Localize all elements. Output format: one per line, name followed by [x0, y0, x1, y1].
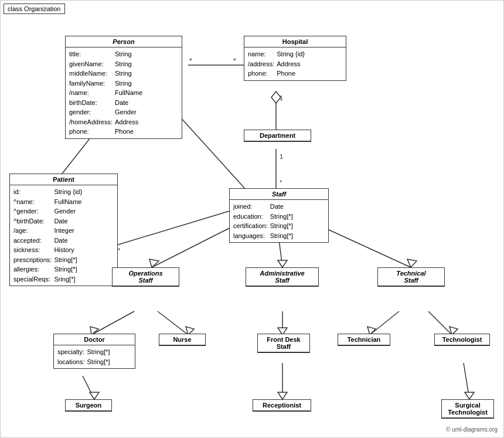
class-nurse: Nurse [159, 334, 206, 346]
svg-text:*: * [233, 57, 236, 65]
svg-line-22 [158, 311, 188, 335]
class-technologist: Technologist [434, 334, 490, 346]
svg-marker-31 [90, 392, 99, 399]
class-surgeon: Surgeon [65, 399, 112, 412]
svg-line-20 [91, 311, 134, 335]
class-surgeon-title: Surgeon [66, 400, 111, 411]
class-person-title: Person [66, 36, 182, 47]
diagram-container: class Organization * * 1 * 1 * [0, 0, 504, 438]
class-staff: Staff joined:Date education:String[*] ce… [229, 188, 329, 243]
class-technical-staff-title: Technical Staff [378, 268, 444, 286]
svg-marker-19 [407, 259, 417, 267]
svg-text:*: * [280, 179, 282, 186]
svg-text:1: 1 [280, 153, 283, 160]
class-person-body: title:String givenName:String middleName… [66, 47, 182, 138]
svg-marker-4 [271, 91, 281, 103]
class-hospital-title: Hospital [244, 36, 346, 47]
class-surgical-technologist-title: Surgical Technologist [442, 400, 493, 418]
svg-text:1: 1 [280, 94, 283, 101]
class-staff-body: joined:Date education:String[*] certific… [230, 200, 328, 242]
class-technical-staff: Technical Staff [377, 267, 445, 287]
class-front-desk-staff: Front Desk Staff [257, 334, 310, 353]
class-administrative-staff-title: Administrative Staff [246, 268, 318, 286]
svg-line-26 [370, 311, 399, 335]
class-operations-staff-title: Operations Staff [113, 268, 179, 286]
class-receptionist-title: Receptionist [253, 400, 311, 411]
class-technologist-title: Technologist [435, 334, 489, 345]
class-department: Department [244, 130, 311, 142]
class-hospital-body: name:String {id} /address:Address phone:… [244, 47, 346, 80]
svg-marker-33 [278, 392, 287, 399]
class-staff-title: Staff [230, 189, 328, 200]
svg-line-28 [428, 311, 452, 335]
svg-text:*: * [118, 247, 121, 254]
class-front-desk-staff-title: Front Desk Staff [258, 334, 309, 352]
class-doctor-body: specialty:String[*] locations:String[*] [54, 345, 135, 368]
class-doctor: Doctor specialty:String[*] locations:Str… [53, 334, 135, 369]
class-operations-staff: Operations Staff [112, 267, 179, 287]
svg-text:*: * [189, 57, 192, 65]
class-person: Person title:String givenName:String mid… [65, 36, 182, 139]
class-receptionist: Receptionist [253, 399, 311, 412]
class-technician-title: Technician [338, 334, 390, 345]
svg-line-34 [464, 363, 469, 399]
svg-line-30 [83, 376, 94, 399]
svg-marker-15 [149, 259, 159, 267]
class-patient: Patient id:String {id} ^name:FullName ^g… [9, 174, 118, 286]
class-surgical-technologist: Surgical Technologist [441, 399, 494, 419]
class-patient-body: id:String {id} ^name:FullName ^gender:Ge… [10, 185, 117, 286]
svg-marker-17 [278, 260, 287, 267]
copyright-label: © uml-diagrams.org [446, 426, 498, 433]
class-doctor-title: Doctor [54, 334, 135, 345]
class-department-title: Department [244, 130, 311, 141]
class-administrative-staff: Administrative Staff [246, 267, 319, 287]
diagram-title: class Organization [4, 4, 65, 14]
svg-marker-35 [465, 392, 474, 399]
class-hospital: Hospital name:String {id} /address:Addre… [244, 36, 346, 81]
class-patient-title: Patient [10, 174, 117, 185]
class-technician: Technician [338, 334, 390, 346]
class-nurse-title: Nurse [159, 334, 205, 345]
